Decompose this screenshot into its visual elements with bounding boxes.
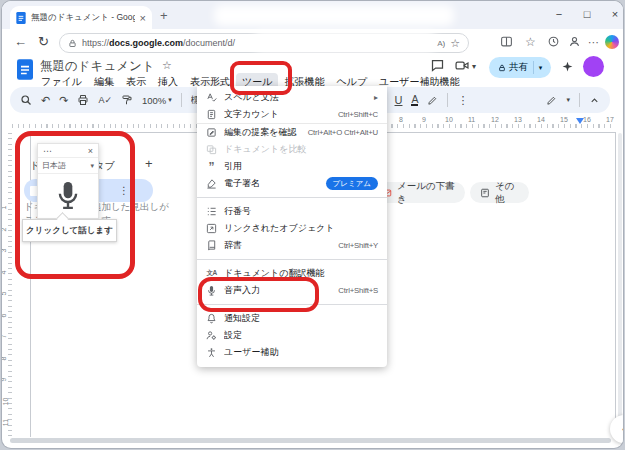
ruler-number: 12	[491, 116, 499, 123]
ruler-number: 8	[2, 356, 7, 360]
right-indent-marker[interactable]	[576, 118, 584, 124]
google-docs-logo	[17, 59, 33, 80]
toolbar-divider	[447, 93, 448, 107]
favorite-star-icon[interactable]: ☆	[450, 37, 460, 50]
menu-item-編集の提案を確認[interactable]: 編集の提案を確認Ctrl+Alt+O Ctrl+Alt+U	[197, 124, 387, 141]
blur-overlay	[214, 5, 454, 26]
spellcheck-icon	[205, 92, 218, 103]
tab-title: 無題のドキュメント - Google ドキュメ	[31, 12, 135, 24]
spell-check-icon[interactable]: A✓	[98, 95, 112, 105]
line-numbers-icon	[205, 206, 218, 217]
menu-item-リンクされたオブジェクト[interactable]: リンクされたオブジェクト	[197, 220, 387, 237]
share-divider	[533, 61, 534, 74]
menu-item-設定[interactable]: 設定	[197, 327, 387, 344]
history-icon[interactable]	[547, 35, 560, 48]
redo-icon[interactable]: ↷	[59, 94, 68, 107]
add-tab-button[interactable]: +	[145, 156, 153, 171]
drag-handle-icon[interactable]: ⋯	[43, 146, 52, 156]
menu-item-ユーザー補助[interactable]: ユーザー補助	[197, 344, 387, 361]
tab-options-icon[interactable]: ⋮	[119, 185, 129, 196]
zoom-select[interactable]: 100%▾	[142, 95, 172, 106]
comment-history-icon[interactable]	[430, 58, 445, 73]
new-tab-button[interactable]: +	[160, 8, 168, 23]
split-screen-icon[interactable]	[500, 35, 513, 48]
widget-close-icon[interactable]: ×	[88, 146, 93, 156]
menu-item-label: 行番号	[224, 205, 378, 218]
search-menus-icon[interactable]	[20, 94, 32, 106]
menu-item-label: 設定	[224, 329, 378, 342]
accessibility-icon	[205, 347, 218, 358]
editing-mode-caret-icon[interactable]: ▾	[566, 96, 570, 104]
browser-tab[interactable]: 無題のドキュメント - Google ドキュメ ×	[10, 6, 152, 29]
page-right-edge	[615, 132, 616, 437]
ruler-number: 15	[560, 116, 568, 123]
menu-item-label: 電子署名	[224, 177, 326, 190]
menu-item-label: リンクされたオブジェクト	[224, 222, 378, 235]
menu-item-辞書[interactable]: 辞書Ctrl+Shift+Y	[197, 237, 387, 254]
profile-icon[interactable]	[568, 35, 581, 48]
share-button[interactable]: 共有 ▾	[489, 57, 551, 78]
text-color-icon[interactable]: A	[411, 94, 418, 106]
menu-item-文字カウント[interactable]: 文字カウントCtrl+Shift+C	[197, 106, 387, 123]
ruler-number: 10	[2, 397, 9, 405]
citation-icon: ”	[205, 163, 218, 171]
menu-item-label: 引用	[224, 160, 378, 173]
microphone-button[interactable]	[38, 174, 98, 218]
review-edits-icon	[205, 127, 218, 138]
ruler-number: 7	[2, 335, 7, 339]
menu-item-音声入力[interactable]: 音声入力Ctrl+Shift+S	[197, 282, 387, 299]
browser-settings-icon[interactable]: ⋯	[588, 36, 599, 49]
voice-tooltip: クリックして話します	[22, 219, 117, 242]
menu-item-電子署名[interactable]: 電子署名プレミアム	[197, 175, 387, 192]
submenu-arrow-icon: ▸	[374, 93, 378, 102]
menu-item-label: スペルと文法	[224, 91, 374, 104]
menu-item-行番号[interactable]: 行番号	[197, 203, 387, 220]
vertical-ruler[interactable]: 1234567891011	[2, 128, 12, 438]
ruler-number: 14	[537, 116, 545, 123]
menu-item-ドキュメントの翻訳機能[interactable]: 文Aドキュメントの翻訳機能	[197, 265, 387, 282]
language-select[interactable]: 日本語 ▾	[38, 157, 98, 174]
underline-icon[interactable]: U	[395, 94, 403, 106]
side-panel-toggle-button[interactable]: ‹	[610, 415, 623, 443]
ruler-number: 5	[2, 292, 7, 296]
account-avatar[interactable]	[583, 56, 604, 77]
ruler-number: 9	[422, 116, 426, 123]
menu-divider	[197, 197, 387, 198]
ruler-number: 6	[2, 313, 7, 317]
share-lock-icon	[498, 64, 506, 72]
vertical-scrollbar[interactable]	[618, 133, 622, 433]
menu-item-label: 音声入力	[224, 284, 338, 297]
more-options-icon[interactable]: ⋮	[457, 94, 468, 107]
menu-item-label: 通知設定	[224, 312, 378, 325]
print-icon[interactable]	[77, 94, 89, 106]
menu-item-引用[interactable]: ”引用	[197, 158, 387, 175]
translate-icon: 文A	[205, 269, 218, 278]
browser-window: 無題のドキュメント - Google ドキュメ × + − □ × ← ↻ ht…	[2, 1, 623, 448]
collections-icon[interactable]: ☆	[525, 35, 536, 49]
menu-item-通知設定[interactable]: 通知設定	[197, 310, 387, 327]
menu-item-shortcut: Ctrl+Shift+Y	[338, 241, 378, 250]
share-caret-icon[interactable]: ▾	[539, 64, 543, 72]
video-call-caret-icon[interactable]: ▾	[472, 62, 476, 71]
video-call-icon[interactable]	[454, 58, 470, 73]
window-close-button[interactable]: ×	[598, 1, 623, 27]
gemini-sparkle-icon[interactable]	[561, 60, 574, 73]
chip-more-templates[interactable]: その他	[470, 182, 529, 203]
docs-header: 無題のドキュメント ☆ ファイル編集表示挿入表示形式ツール拡張機能ヘルプユーザー…	[2, 56, 623, 86]
menu-item-スペルと文法[interactable]: スペルと文法▸	[197, 89, 387, 106]
voice-typing-widget: ⋯ × 日本語 ▾	[37, 143, 99, 219]
linked-objects-icon	[205, 223, 218, 234]
horizontal-scrollbar[interactable]	[10, 438, 611, 443]
dictionary-icon	[205, 240, 218, 251]
read-aloud-icon[interactable]: A)	[437, 39, 445, 48]
undo-icon[interactable]: ↶	[41, 94, 50, 107]
highlight-color-icon[interactable]	[427, 95, 438, 106]
copilot-icon[interactable]	[605, 35, 619, 49]
back-icon[interactable]: ←	[14, 35, 27, 49]
editing-mode-icon[interactable]	[546, 95, 557, 106]
star-document-icon[interactable]: ☆	[162, 59, 172, 72]
reload-icon[interactable]: ↻	[38, 35, 49, 49]
tab-close-icon[interactable]: ×	[140, 12, 146, 24]
paint-format-icon[interactable]	[121, 94, 133, 106]
hide-menus-icon[interactable]	[589, 95, 600, 106]
